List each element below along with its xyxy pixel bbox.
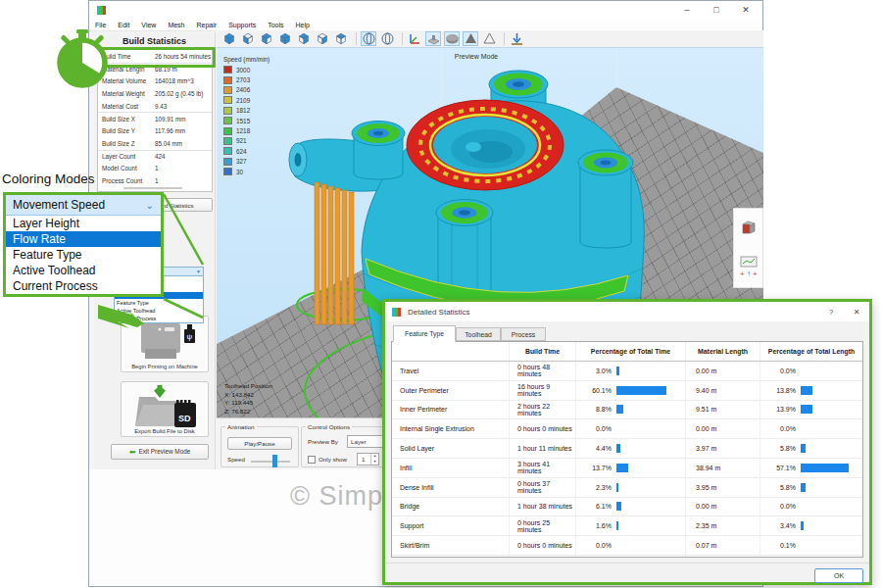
feature-name-cell: Outer Perimeter — [392, 381, 510, 400]
show-cone-solid-icon[interactable] — [463, 31, 478, 46]
speed-slider-handle[interactable] — [272, 455, 277, 467]
percentage-value: 60.1% — [576, 387, 612, 394]
stats-scrollbar[interactable] — [123, 187, 182, 189]
stopwatch-icon — [51, 22, 114, 96]
view-cube-top-icon[interactable] — [333, 31, 349, 46]
stat-value: 424 — [155, 153, 166, 160]
build-time-cell: 16 hours 9 minutes — [510, 381, 576, 400]
percentage-value: 5.8% — [760, 445, 796, 452]
percentage-bar — [801, 483, 806, 492]
coloring-option[interactable]: Active Toolhead — [115, 307, 203, 315]
begin-printing-button[interactable]: ψ Begin Printing on Machine — [121, 316, 209, 372]
percentage-value: 13.9% — [760, 406, 796, 413]
coloring-option[interactable]: Flow Rate — [6, 231, 161, 247]
stat-value: 85.04 mm — [155, 140, 182, 147]
coloring-option[interactable]: Current Process — [115, 315, 203, 322]
sphere-wireframe-icon[interactable] — [379, 31, 395, 46]
menu-view[interactable]: View — [135, 22, 162, 28]
percentage-cell: 0.0% — [760, 362, 862, 380]
ok-button[interactable]: OK — [814, 568, 863, 583]
preview-mode-label: Preview Mode — [417, 53, 535, 60]
show-plate-icon[interactable] — [425, 31, 441, 46]
coloring-option[interactable]: Layer Height — [6, 216, 161, 231]
legend-value: 2703 — [236, 76, 250, 83]
exit-preview-mode-button[interactable]: ⬅Exit Preview Mode — [111, 444, 209, 460]
speed-slider[interactable] — [251, 461, 290, 463]
view-cube-topleft-icon[interactable] — [259, 31, 274, 46]
legend-swatch — [223, 117, 232, 124]
coloring-option[interactable]: Active Toolhead — [6, 263, 161, 278]
coloring-option[interactable]: Current Process — [6, 278, 161, 294]
stat-value: 109.91 mm — [155, 116, 186, 122]
minimize-button[interactable]: – — [672, 1, 702, 19]
cross-section-icon[interactable] — [740, 219, 758, 236]
speed-legend: Speed (mm/min) 3000270324062109181215151… — [223, 56, 270, 176]
legend-swatch — [223, 66, 232, 74]
percentage-bar — [801, 386, 812, 395]
view-cube-right-icon[interactable] — [315, 31, 330, 46]
red-speed-ring — [407, 100, 564, 190]
dialog-close-button[interactable]: ✕ — [844, 308, 869, 317]
coloring-modes-caption: Coloring Modes — [2, 172, 95, 186]
play-pause-button[interactable]: Play/Pause — [227, 437, 292, 450]
export-build-file-button[interactable]: SD Export Build File to Disk — [121, 381, 209, 437]
view-cube-bottom-icon[interactable] — [240, 31, 256, 46]
menu-help[interactable]: Help — [290, 22, 316, 28]
table-row: Inner Perimeter2 hours 22 minutes8.8%9.5… — [392, 401, 862, 420]
only-show-checkbox[interactable] — [308, 456, 316, 464]
stat-label: Build Size Z — [98, 140, 155, 147]
sphere-cross-section-icon[interactable] — [361, 31, 376, 46]
stat-label: Process Count — [98, 177, 155, 184]
percentage-cell: 13.7% — [576, 459, 686, 477]
begin-printing-label: Begin Printing on Machine — [122, 364, 208, 369]
tab-feature-type[interactable]: Feature Type — [393, 325, 456, 342]
view-cube-topright-icon[interactable] — [296, 31, 312, 46]
tab-process[interactable]: Process — [501, 327, 546, 341]
feature-type-table: Build TimePercentage of Total TimeMateri… — [391, 341, 863, 558]
menu-supports[interactable]: Supports — [222, 22, 262, 28]
toolbar-separator — [504, 32, 505, 45]
drop-to-plate-icon[interactable] — [509, 31, 524, 46]
column-header: Build Time — [510, 342, 576, 361]
layer-count-spinner[interactable]: 1 ▲▼ — [357, 453, 379, 466]
show-model-icon[interactable] — [444, 31, 460, 46]
build-time-cell: 1 hour 11 minutes — [510, 439, 576, 458]
menu-mesh[interactable]: Mesh — [162, 22, 190, 28]
legend-entry: 327 — [223, 157, 270, 167]
coloring-option[interactable]: Feature Type — [115, 299, 203, 307]
close-button[interactable]: ✕ — [731, 1, 760, 19]
tab-toolhead[interactable]: Toolhead — [456, 327, 501, 341]
svg-text:ψ: ψ — [187, 332, 193, 341]
maximize-button[interactable]: □ — [702, 1, 731, 19]
view-cube-solid-icon[interactable] — [221, 31, 237, 46]
percentage-bar — [801, 405, 812, 414]
stat-label: Build Size Y — [98, 127, 155, 134]
percentage-cell: 1.6% — [576, 516, 686, 535]
toolbar-separator — [356, 32, 357, 45]
coloring-option[interactable]: Feature Type — [6, 247, 161, 263]
view-cube-solid2-icon[interactable] — [277, 31, 293, 46]
material-length-cell: 3.95 m — [686, 478, 760, 497]
stat-value: 164018 mm^3 — [155, 77, 194, 84]
coloring-modes-combobox[interactable]: Movement Speed ⌄ — [6, 195, 161, 216]
show-cone-wire-icon[interactable] — [481, 31, 497, 46]
percentage-value: 0.0% — [576, 542, 612, 549]
build-stats-table: Build Time26 hours 54 minutesMaterial Le… — [97, 49, 213, 192]
menu-repair[interactable]: Repair — [191, 22, 223, 28]
table-row: Bridge1 hour 38 minutes6.1%0.00 m0.0% — [392, 498, 862, 517]
dialog-help-button[interactable]: ? — [818, 308, 844, 317]
menu-tools[interactable]: Tools — [262, 22, 289, 28]
print-stats-position-icon[interactable]: + ↑ + — [739, 256, 759, 277]
axis-icon[interactable] — [407, 31, 422, 46]
stat-value: 205.02 g (0.45 lb) — [155, 90, 203, 97]
build-time-cell: 1 hour 38 minutes — [510, 498, 576, 516]
menu-edit[interactable]: Edit — [112, 22, 135, 28]
legend-swatch — [223, 137, 232, 145]
percentage-cell: 4.4% — [576, 439, 686, 458]
table-header-row: Build TimePercentage of Total TimeMateri… — [392, 342, 862, 362]
back-arrow-icon: ⬅ — [129, 448, 136, 457]
stat-row: Material Length68.19 m — [98, 63, 212, 75]
material-length-cell: 0.07 m — [686, 536, 760, 555]
spinner-arrows-icon[interactable]: ▲▼ — [370, 454, 378, 465]
legend-swatch — [223, 107, 232, 115]
